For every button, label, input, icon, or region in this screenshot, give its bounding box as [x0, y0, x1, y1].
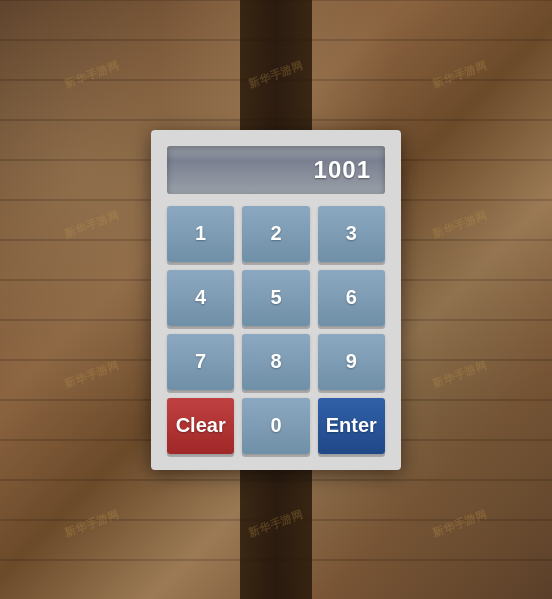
button-1[interactable]: 1: [167, 206, 234, 262]
clear-button[interactable]: Clear: [167, 398, 234, 454]
calculator: 1001 1 2 3 4 5 6 7 8 9 Clear 0 Enter: [151, 130, 401, 470]
button-3[interactable]: 3: [318, 206, 385, 262]
button-5[interactable]: 5: [242, 270, 309, 326]
calculator-wrapper: 1001 1 2 3 4 5 6 7 8 9 Clear 0 Enter: [151, 130, 401, 470]
display-value: 1001: [314, 156, 371, 184]
button-8[interactable]: 8: [242, 334, 309, 390]
enter-button[interactable]: Enter: [318, 398, 385, 454]
button-0[interactable]: 0: [242, 398, 309, 454]
button-7[interactable]: 7: [167, 334, 234, 390]
button-9[interactable]: 9: [318, 334, 385, 390]
button-2[interactable]: 2: [242, 206, 309, 262]
buttons-grid: 1 2 3 4 5 6 7 8 9 Clear 0 Enter: [167, 206, 385, 454]
button-4[interactable]: 4: [167, 270, 234, 326]
calculator-display: 1001: [167, 146, 385, 194]
button-6[interactable]: 6: [318, 270, 385, 326]
